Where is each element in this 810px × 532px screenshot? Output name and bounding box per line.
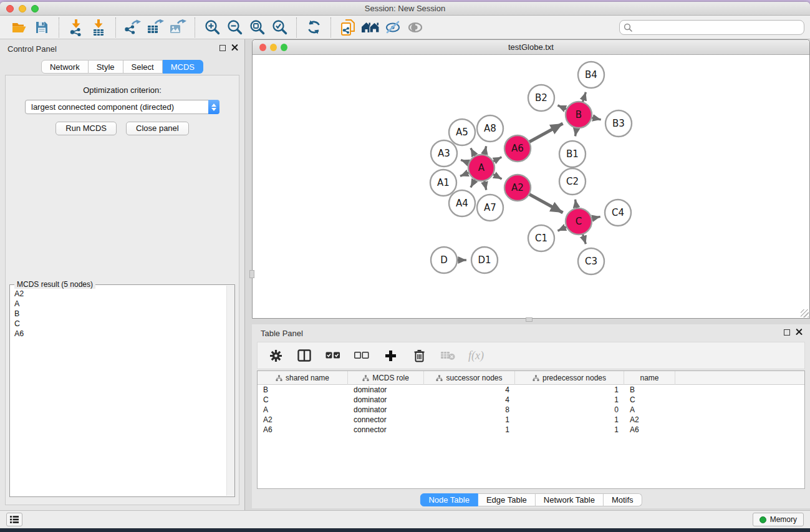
close-panel-button[interactable]: Close panel (126, 122, 189, 135)
show-column-icon[interactable] (296, 347, 312, 364)
optimization-criterion-select[interactable]: largest connected component (directed) (25, 100, 219, 114)
edge-A-A3[interactable] (461, 160, 470, 163)
network-window-titlebar[interactable]: testGlobe.txt (253, 40, 809, 55)
export-table-icon[interactable] (144, 17, 166, 37)
horizontal-divider-grip[interactable] (526, 317, 533, 322)
node-A4[interactable]: A4 (449, 190, 475, 216)
main-titlebar[interactable]: Session: New Session (0, 2, 810, 16)
mcds-result-item[interactable]: C (11, 319, 226, 329)
close-button[interactable] (6, 5, 14, 12)
node-A6[interactable]: A6 (504, 135, 531, 162)
node-C[interactable]: C (566, 208, 592, 235)
node-A8[interactable]: A8 (477, 115, 503, 142)
edge-A-A1[interactable] (460, 172, 470, 176)
node-A7[interactable]: A7 (477, 195, 503, 221)
node-A[interactable]: A (468, 155, 494, 181)
function-builder-icon[interactable]: f(x) (468, 349, 484, 362)
deselect-all-icon[interactable] (354, 347, 370, 364)
minimize-button[interactable] (19, 5, 26, 12)
column-header-name[interactable]: name (624, 371, 675, 385)
network-overview-homes-icon[interactable] (359, 17, 382, 37)
node-B2[interactable]: B2 (528, 85, 554, 111)
float-table-panel-icon[interactable] (784, 329, 790, 336)
node-C3[interactable]: C3 (578, 248, 604, 274)
edge-A-A7[interactable] (484, 180, 486, 190)
export-network-icon[interactable] (122, 17, 144, 37)
column-header-shared-name[interactable]: shared name (258, 371, 348, 385)
node-A5[interactable]: A5 (449, 119, 475, 145)
edge-C-C2[interactable] (576, 200, 577, 210)
table-row[interactable]: Bdominator41B (258, 385, 804, 395)
add-column-icon[interactable] (382, 347, 398, 364)
vertical-divider-grip[interactable] (249, 270, 254, 278)
edge-C-C1[interactable] (557, 226, 567, 231)
task-history-button[interactable] (6, 513, 22, 526)
table-row[interactable]: A2connector11A2 (258, 415, 804, 425)
node-B3[interactable]: B3 (605, 110, 632, 137)
network-zoom-button[interactable] (281, 44, 287, 51)
edge-A-A4[interactable] (471, 179, 476, 188)
table-row[interactable]: A6connector11A6 (258, 425, 804, 435)
clone-network-icon[interactable] (337, 17, 359, 37)
network-close-button[interactable] (259, 44, 266, 51)
column-header-predecessor-nodes[interactable]: predecessor nodes (515, 371, 624, 385)
edge-B-B2[interactable] (557, 105, 567, 110)
select-all-icon[interactable] (325, 347, 341, 364)
tab-mcds[interactable]: MCDS (163, 60, 203, 74)
tab-motifs[interactable]: Motifs (604, 493, 642, 506)
open-file-icon[interactable] (8, 17, 31, 37)
refresh-view-icon[interactable] (302, 17, 325, 37)
import-table-icon[interactable] (87, 17, 110, 37)
hide-graphics-details-icon[interactable] (382, 17, 404, 37)
delete-column-icon[interactable] (411, 347, 427, 364)
mcds-result-item[interactable]: A6 (11, 329, 226, 339)
mcds-result-item[interactable]: B (11, 309, 226, 319)
zoom-selected-icon[interactable] (268, 17, 291, 37)
node-D1[interactable]: D1 (471, 247, 498, 273)
column-header-MCDS-role[interactable]: MCDS role (348, 371, 424, 385)
edge-B-B4[interactable] (582, 92, 586, 103)
run-mcds-button[interactable]: Run MCDS (55, 122, 117, 135)
edge-C-C3[interactable] (582, 233, 586, 244)
tab-node-table[interactable]: Node Table (420, 493, 478, 506)
save-session-icon[interactable] (31, 17, 53, 37)
close-table-panel-icon[interactable] (796, 329, 803, 336)
zoom-in-icon[interactable] (201, 17, 223, 37)
node-B4[interactable]: B4 (578, 62, 604, 88)
node-D[interactable]: D (431, 247, 457, 273)
edge-A6-B[interactable] (529, 123, 563, 142)
tab-edge-table[interactable]: Edge Table (478, 493, 536, 506)
close-panel-icon[interactable] (231, 44, 238, 51)
window-resize-grip[interactable] (801, 309, 809, 317)
edge-A-A2[interactable] (493, 174, 502, 179)
node-B[interactable]: B (566, 102, 592, 128)
node-B1[interactable]: B1 (559, 141, 586, 167)
tab-network[interactable]: Network (41, 60, 89, 74)
memory-button[interactable]: Memory (753, 513, 804, 526)
search-input[interactable] (635, 23, 800, 32)
zoom-out-icon[interactable] (223, 17, 246, 37)
mcds-result-item[interactable]: A2 (11, 289, 226, 299)
export-image-icon[interactable] (166, 17, 189, 37)
tab-select[interactable]: Select (123, 60, 163, 74)
float-panel-icon[interactable] (219, 45, 226, 51)
table-settings-icon[interactable] (268, 347, 284, 364)
node-C4[interactable]: C4 (605, 200, 631, 226)
node-C1[interactable]: C1 (528, 225, 554, 251)
node-A1[interactable]: A1 (430, 170, 456, 196)
edge-C-C4[interactable] (591, 216, 600, 218)
node-A2[interactable]: A2 (504, 175, 531, 201)
search-box[interactable] (619, 20, 804, 35)
edge-B-B3[interactable] (591, 117, 601, 120)
edge-A-A8[interactable] (484, 146, 486, 155)
network-canvas[interactable]: B4B2BB3A5A8A6B1A3AA1C2A2A4A7C4CC1C3DD1 (253, 55, 809, 318)
tab-network-table[interactable]: Network Table (536, 493, 604, 506)
zoom-button[interactable] (31, 5, 39, 12)
tab-style[interactable]: Style (89, 60, 123, 74)
result-scrollbar[interactable] (226, 286, 234, 496)
table-row[interactable]: Cdominator41C (258, 395, 804, 405)
show-graphics-details-icon[interactable] (404, 17, 427, 37)
edge-A-A6[interactable] (493, 157, 502, 162)
edge-A2-C[interactable] (529, 194, 563, 213)
edge-A-A5[interactable] (471, 148, 476, 157)
